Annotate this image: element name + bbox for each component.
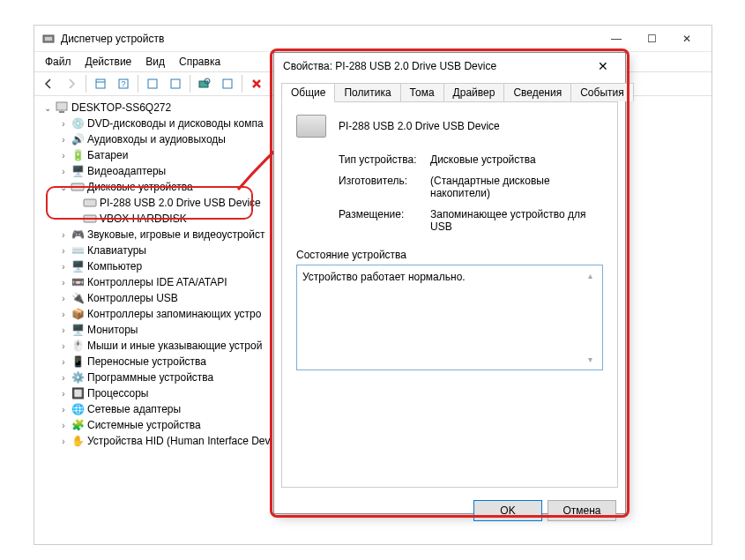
tree-label: Видеоадаптеры xyxy=(87,165,166,177)
battery-icon: 🔋 xyxy=(70,148,86,162)
expander-icon: › xyxy=(57,373,70,383)
expander-icon: ⌄ xyxy=(41,103,54,113)
tab-general[interactable]: Общие xyxy=(281,83,335,102)
scrollbar[interactable]: ▴▾ xyxy=(583,271,597,364)
svg-rect-16 xyxy=(84,215,96,222)
expander-icon: › xyxy=(57,135,70,145)
monitor-icon: 🖥️ xyxy=(70,323,86,337)
computer-icon xyxy=(54,101,70,115)
svg-rect-15 xyxy=(84,199,96,206)
portable-icon: 📱 xyxy=(70,355,86,369)
expander-icon: › xyxy=(57,421,70,430)
status-textarea[interactable]: Устройство работает нормально. ▴▾ xyxy=(296,265,603,370)
cancel-button[interactable]: Отмена xyxy=(548,500,616,521)
tree-label: Дисковые устройства xyxy=(87,181,193,193)
computer-icon: 🖥️ xyxy=(70,259,86,273)
ok-button[interactable]: OK xyxy=(473,500,542,521)
tree-label: Контроллеры IDE ATA/ATAPI xyxy=(87,276,227,288)
expander-icon: › xyxy=(57,389,70,399)
menu-view[interactable]: Вид xyxy=(138,54,172,70)
tab-events[interactable]: События xyxy=(570,83,634,101)
expander-icon: › xyxy=(57,341,70,351)
tree-label: Батареи xyxy=(87,149,128,161)
tree-label: Компьютер xyxy=(87,260,142,273)
expander-icon: › xyxy=(57,167,70,176)
tree-label: Системные устройства xyxy=(87,419,201,431)
svg-rect-12 xyxy=(56,102,67,110)
dialog-titlebar: Свойства: PI-288 USB 2.0 Drive USB Devic… xyxy=(274,53,625,79)
disk-icon xyxy=(70,180,86,194)
sound-icon: 🎮 xyxy=(70,228,86,242)
svg-rect-7 xyxy=(171,79,180,88)
mouse-icon: 🖱️ xyxy=(70,339,86,353)
drive-icon xyxy=(82,196,98,210)
drive-icon xyxy=(82,212,98,226)
cpu-icon: 🔲 xyxy=(70,386,86,400)
expander-icon: › xyxy=(57,437,70,446)
ide-icon: 📼 xyxy=(70,275,86,289)
separator xyxy=(190,75,190,93)
maximize-button[interactable]: ☐ xyxy=(634,26,669,51)
tab-details[interactable]: Сведения xyxy=(503,83,571,101)
close-button[interactable]: ✕ xyxy=(669,26,704,51)
uninstall-button[interactable] xyxy=(246,73,267,94)
expander-icon: ⌄ xyxy=(57,183,70,192)
type-value: Дисковые устройства xyxy=(430,153,603,166)
svg-rect-1 xyxy=(45,37,52,41)
usb-icon: 🔌 xyxy=(70,291,86,305)
expander-icon: › xyxy=(57,119,70,129)
scan-button[interactable] xyxy=(194,73,215,94)
menu-action[interactable]: Действие xyxy=(78,54,139,70)
tree-label: PI-288 USB 2.0 Drive USB Device xyxy=(100,197,261,209)
help-button[interactable]: ? xyxy=(113,73,134,94)
expander-icon: › xyxy=(57,357,70,367)
manufacturer-value: (Стандартные дисковые накопители) xyxy=(430,175,603,199)
tree-label: Процессоры xyxy=(87,387,149,399)
expander-icon: › xyxy=(57,262,70,272)
tree-label: Звуковые, игровые и видеоустройст xyxy=(87,228,264,241)
svg-rect-14 xyxy=(71,183,84,190)
tree-label: Переносные устройства xyxy=(87,355,206,368)
system-icon: 🧩 xyxy=(70,418,86,432)
separator xyxy=(138,75,138,93)
expander-icon: › xyxy=(57,310,70,319)
properties-dialog: Свойства: PI-288 USB 2.0 Drive USB Devic… xyxy=(273,52,626,514)
tree-label: DVD-дисководы и дисководы компа xyxy=(87,117,264,130)
status-text: Устройство работает нормально. xyxy=(302,271,583,364)
view-button[interactable] xyxy=(90,73,111,94)
svg-rect-6 xyxy=(148,79,157,88)
dialog-close-button[interactable]: ✕ xyxy=(590,55,616,78)
tab-volumes[interactable]: Тома xyxy=(400,83,444,101)
menu-file[interactable]: Файл xyxy=(38,54,78,70)
type-label: Тип устройства: xyxy=(339,153,430,166)
expander-icon: › xyxy=(57,151,70,161)
tab-strip: Общие Политика Тома Драйвер Сведения Соб… xyxy=(274,79,625,101)
menu-help[interactable]: Справка xyxy=(172,54,227,70)
tab-driver[interactable]: Драйвер xyxy=(443,83,505,101)
minimize-button[interactable]: — xyxy=(599,26,634,51)
tree-label: Аудиовходы и аудиовыходы xyxy=(87,133,226,146)
dialog-button-bar: OK Отмена xyxy=(274,495,625,530)
back-button[interactable] xyxy=(38,73,59,94)
tree-label: Устройства HID (Human Interface Dev xyxy=(87,435,271,447)
window-title: Диспетчер устройств xyxy=(61,33,599,45)
location-value: Запоминающее устройство для USB xyxy=(430,208,603,233)
tree-label: Контроллеры USB xyxy=(87,292,178,304)
location-label: Размещение: xyxy=(339,208,430,233)
expander-icon: › xyxy=(57,246,70,256)
expander-icon: › xyxy=(57,325,70,335)
tree-label: Клавиатуры xyxy=(87,244,146,257)
tab-policy[interactable]: Политика xyxy=(334,83,400,101)
toolbar-btn-1[interactable] xyxy=(142,73,163,94)
toolbar-btn-3[interactable] xyxy=(217,73,238,94)
dvd-icon: 💿 xyxy=(70,116,86,131)
forward-button[interactable] xyxy=(61,73,82,94)
tree-label: DESKTOP-SS6Q272 xyxy=(71,101,171,114)
expander-icon: › xyxy=(57,230,70,240)
software-icon: ⚙️ xyxy=(70,370,86,385)
dialog-title: Свойства: PI-288 USB 2.0 Drive USB Devic… xyxy=(283,60,590,72)
manufacturer-label: Изготовитель: xyxy=(339,175,430,199)
expander-icon: › xyxy=(57,278,70,287)
tree-label: Программные устройства xyxy=(87,371,213,384)
toolbar-btn-2[interactable] xyxy=(165,73,186,94)
